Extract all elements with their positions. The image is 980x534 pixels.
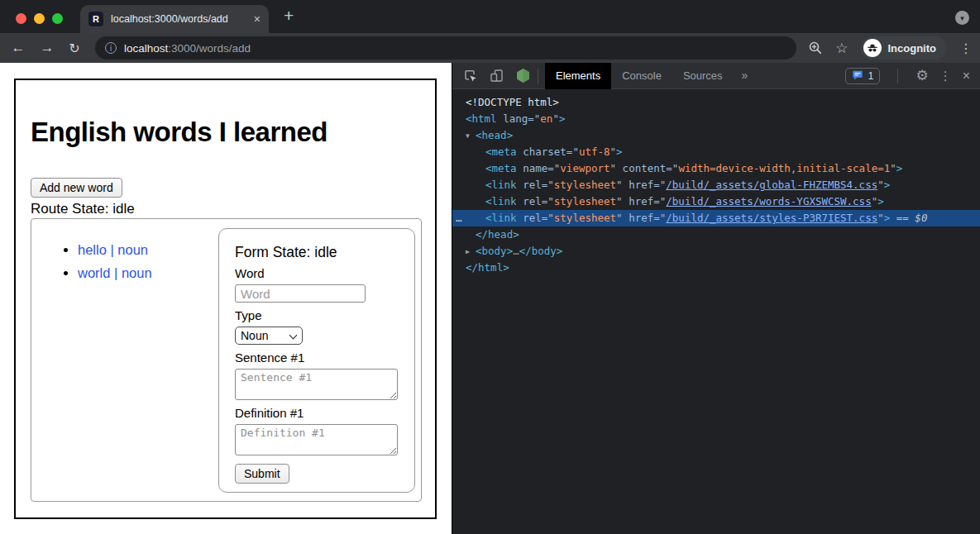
incognito-icon: [863, 39, 882, 57]
word-input[interactable]: [235, 284, 366, 303]
type-select[interactable]: Noun: [235, 327, 303, 345]
code-token: =": [666, 162, 678, 174]
code-token: =": [528, 112, 540, 125]
page-info-icon[interactable]: i: [105, 42, 117, 54]
code-token: >: [877, 195, 884, 207]
device-toolbar-icon[interactable]: [489, 68, 504, 83]
close-window-button[interactable]: [16, 13, 26, 24]
devtools-tab-console[interactable]: Console: [611, 63, 672, 89]
definition-textarea[interactable]: [235, 424, 398, 455]
new-tab-button[interactable]: +: [284, 6, 294, 26]
code-token: =": [653, 212, 666, 224]
code-token: =": [542, 212, 554, 224]
minimize-window-button[interactable]: [34, 13, 45, 24]
devtools-code-line[interactable]: <meta name="viewport" content="width=dev…: [452, 160, 980, 177]
code-token: rel: [517, 195, 542, 207]
sentence-textarea[interactable]: [235, 369, 398, 400]
url-field[interactable]: i localhost :3000/words/add: [95, 36, 796, 60]
word-link[interactable]: world | noun: [78, 265, 152, 280]
type-select-wrap: Noun: [235, 327, 303, 345]
word-label: Word: [235, 266, 399, 280]
devtools-menu-icon[interactable]: ⋮: [939, 69, 952, 83]
code-token: /build/_assets/words-YGXSWCSW.css: [666, 195, 871, 207]
word-link[interactable]: hello | noun: [78, 242, 148, 257]
maximize-window-button[interactable]: [52, 13, 63, 24]
devtools-code-line[interactable]: <!DOCTYPE html>: [452, 94, 980, 111]
code-token: ": [616, 179, 623, 191]
code-token: >: [896, 162, 903, 174]
devtools-code-line[interactable]: …<link rel="stylesheet" href="/build/_as…: [452, 210, 980, 226]
address-bar-actions: ☆ Incognito ⋮: [808, 36, 973, 60]
code-token: =": [653, 195, 666, 207]
incognito-label: Incognito: [888, 42, 937, 55]
code-token: >: [616, 145, 623, 158]
devtools-code-line[interactable]: ▼<head>: [452, 127, 980, 144]
code-token: name: [517, 162, 548, 174]
submit-button[interactable]: Submit: [235, 464, 289, 484]
tab-close-icon[interactable]: ×: [254, 12, 261, 26]
sentence-label: Sentence #1: [235, 350, 399, 365]
code-token: ": [610, 162, 617, 174]
browser-tab[interactable]: R localhost:3000/words/add ×: [80, 5, 269, 33]
code-token: <body>: [476, 245, 513, 257]
add-new-word-button[interactable]: Add new word: [31, 178, 122, 198]
issues-count: 1: [868, 70, 873, 82]
type-label: Type: [235, 308, 399, 322]
toolbar-divider: [897, 69, 898, 83]
remix-favicon-icon: R: [88, 12, 103, 26]
code-token: stylesheet: [554, 179, 616, 191]
devtools-code-line[interactable]: </html>: [452, 260, 980, 276]
settings-gear-icon[interactable]: ⚙: [915, 67, 928, 84]
code-token: </head>: [476, 228, 519, 241]
code-token: == $0: [890, 212, 927, 224]
code-token: <!DOCTYPE html>: [466, 96, 559, 108]
overflow-menu-dots[interactable]: …: [456, 210, 463, 226]
window-content: English words I learned Add new word Rou…: [0, 63, 980, 534]
browser-menu-icon[interactable]: ⋮: [959, 41, 973, 56]
route-state-text: Route State: idle: [31, 201, 435, 217]
code-token: <meta: [485, 145, 517, 158]
code-token: ": [552, 112, 559, 125]
code-token: <head>: [476, 129, 513, 141]
code-token: ": [877, 179, 884, 191]
tab-title: localhost:3000/words/add: [111, 13, 249, 25]
inspect-element-icon[interactable]: [462, 68, 478, 83]
devtools-tab-sources[interactable]: Sources: [672, 63, 734, 89]
devtools-tab-elements[interactable]: Elements: [545, 63, 611, 89]
devtools-code-line[interactable]: ▶<body>…</body>: [452, 243, 980, 260]
devtools-code-line[interactable]: <html lang="en">: [452, 111, 980, 127]
code-token: charset: [517, 145, 566, 158]
devtools-close-icon[interactable]: ×: [963, 69, 970, 83]
expand-arrow-icon[interactable]: ▼: [466, 128, 476, 145]
more-tabs-icon[interactable]: »: [734, 63, 757, 88]
code-token: =": [542, 179, 554, 191]
webpage-viewport: English words I learned Add new word Rou…: [0, 63, 452, 534]
devtools-code-line[interactable]: </head>: [452, 226, 980, 243]
app-container: English words I learned Add new word Rou…: [14, 79, 437, 519]
elements-tree: <!DOCTYPE html><html lang="en">▼<head><m…: [452, 89, 980, 534]
devtools-code-line[interactable]: <link rel="stylesheet" href="/build/_ass…: [452, 193, 980, 210]
code-token: /build/_assets/styles-P3R7IEST.css: [666, 212, 877, 224]
code-token: =": [542, 195, 554, 207]
devtools-code-line[interactable]: <meta charset="utf-8">: [452, 144, 980, 160]
code-token: <link: [485, 212, 517, 224]
bookmark-star-icon[interactable]: ☆: [835, 40, 848, 57]
url-host: localhost: [124, 42, 168, 55]
code-token: <meta: [485, 162, 517, 174]
tab-search-button[interactable]: ▾: [955, 11, 969, 25]
code-token: lang: [497, 112, 528, 125]
issues-badge[interactable]: 1: [845, 68, 880, 84]
code-token: content: [616, 162, 666, 174]
devtools-code-line[interactable]: <link rel="stylesheet" href="/build/_ass…: [452, 177, 980, 193]
code-token: /build/_assets/global-FHZEMBS4.css: [666, 179, 877, 191]
forward-button[interactable]: →: [37, 40, 57, 56]
reload-button[interactable]: ↻: [65, 41, 84, 56]
incognito-badge: Incognito: [861, 36, 948, 60]
back-button[interactable]: ←: [8, 40, 28, 56]
expand-arrow-icon[interactable]: ▶: [466, 244, 476, 260]
code-token: ": [610, 145, 617, 158]
code-token: ": [890, 162, 896, 174]
nodejs-icon[interactable]: [515, 68, 531, 83]
code-token: =": [566, 145, 579, 158]
zoom-icon[interactable]: [808, 41, 823, 55]
